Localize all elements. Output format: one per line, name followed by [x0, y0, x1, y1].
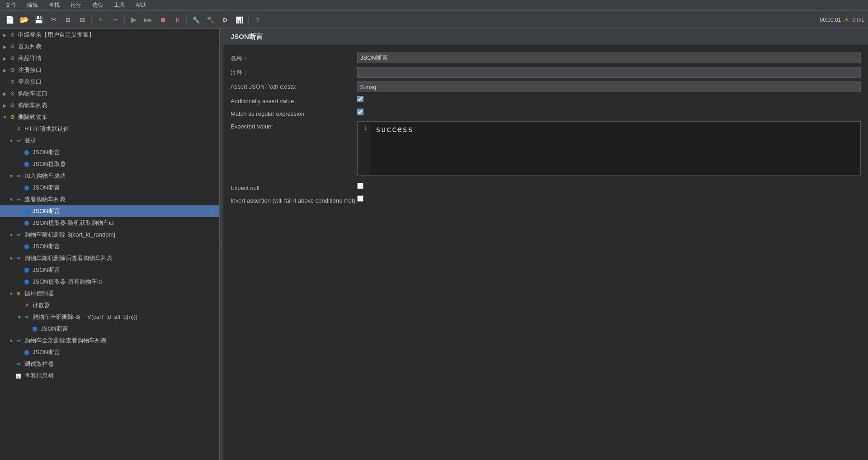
- assert-path-input[interactable]: [357, 81, 861, 92]
- tree-label: JSON断言: [33, 348, 60, 356]
- stop-button[interactable]: ⏹: [156, 14, 169, 26]
- code-editor[interactable]: 1 success: [357, 121, 861, 175]
- tree-label: JSON断言: [33, 266, 60, 274]
- invert-checkbox[interactable]: [357, 195, 363, 202]
- remote1-button[interactable]: 🔧: [189, 14, 202, 26]
- tree-item-json断言-加入[interactable]: ▶ 🔵 JSON断言: [0, 182, 219, 194]
- comment-row: 注释：: [223, 65, 868, 80]
- tree-label: JSON断言: [41, 325, 68, 333]
- tree-label: 登录: [24, 137, 36, 145]
- remote3-button[interactable]: ⚙: [218, 14, 231, 26]
- menu-find[interactable]: 查找: [47, 1, 61, 9]
- run-button[interactable]: ▶: [127, 14, 140, 26]
- expected-value-text: success: [376, 124, 413, 134]
- loop-icon: ⚙: [14, 289, 23, 298]
- tree-item-删除购物车[interactable]: ▼ ⚙ 删除购物车: [0, 111, 219, 123]
- tree-item-json断言-全部删除[interactable]: ▶ 🔵 JSON断言: [0, 323, 219, 335]
- tree-item-购物车接口[interactable]: ▶ ⚙ 购物车接口: [0, 88, 219, 100]
- tree-label: 购物车全部删除查看购物车列表: [24, 337, 107, 345]
- sidebar-divider[interactable]: [220, 29, 223, 460]
- code-content[interactable]: success: [371, 122, 860, 175]
- pencil-icon: ✏: [14, 172, 23, 180]
- tree-item-购物车随机删除[interactable]: ▼ ✏ 购物车随机删除-${cart_id_random}: [0, 229, 219, 241]
- match-regex-value-container: [357, 109, 861, 115]
- tree-item-购物车列表[interactable]: ▶ ⚙ 购物车列表: [0, 100, 219, 111]
- tree-item-json提取器-随机[interactable]: ▶ 🔵 JSON提取器-随机获取购物车id: [0, 217, 219, 229]
- menu-edit[interactable]: 编辑: [25, 1, 40, 9]
- tree-item-计数器[interactable]: ▶ ✗ 计数器: [0, 299, 219, 311]
- pause-button[interactable]: ⏸: [171, 14, 184, 26]
- tree-item-json提取器-登录[interactable]: ▶ 🔵 JSON提取器: [0, 158, 219, 170]
- menu-file[interactable]: 文件: [4, 1, 18, 9]
- minus-button[interactable]: −: [109, 14, 122, 26]
- run-all-button[interactable]: ▶▶: [142, 14, 155, 26]
- tree-item-查看购物车列表[interactable]: ▼ ✏ 查看购物车列表: [0, 194, 219, 205]
- tree-label: JSON提取器-随机获取购物车id: [33, 219, 113, 227]
- copy-button[interactable]: ⊞: [61, 14, 74, 26]
- name-value-container: [357, 52, 861, 63]
- tree-item-商品详情[interactable]: ▶ ⚙ 商品详情: [0, 52, 219, 64]
- add-icon: +: [99, 15, 104, 24]
- tree-label: 循环控制器: [24, 289, 54, 298]
- add-button[interactable]: +: [94, 14, 107, 26]
- arrow-icon: ▶: [2, 91, 8, 96]
- tree-item-调试取样器[interactable]: ▶ ✏ 调试取样器: [0, 358, 219, 370]
- tree-item-json断言-随机删除[interactable]: ▶ 🔵 JSON断言: [0, 241, 219, 252]
- tree-label: 调试取样器: [24, 360, 54, 368]
- arrow-icon: ▼: [8, 232, 14, 237]
- sep4: [248, 15, 249, 24]
- new-button[interactable]: 📄: [4, 14, 16, 26]
- menu-help[interactable]: 帮助: [134, 1, 148, 9]
- remote2-button[interactable]: 🔨: [204, 14, 217, 26]
- match-regex-checkbox[interactable]: [357, 109, 363, 115]
- name-input[interactable]: [357, 52, 861, 63]
- tree-item-http默认[interactable]: ▶ ✗ HTTP请求默认值: [0, 123, 219, 135]
- comment-input[interactable]: [357, 67, 861, 78]
- tree-item-循环控制器[interactable]: ▼ ⚙ 循环控制器: [0, 288, 219, 299]
- tree-item-查看结果树[interactable]: ▶ 📊 查看结果树: [0, 370, 219, 382]
- open-button[interactable]: 📂: [18, 14, 31, 26]
- arrow-icon: ▶: [2, 68, 8, 73]
- arrow-icon: ▶: [2, 56, 8, 61]
- tree-item-json断言-随机删除后[interactable]: ▶ 🔵 JSON断言: [0, 264, 219, 276]
- tree-item-json断言-查看[interactable]: ▶ 🔵 JSON断言 ⋮: [0, 205, 219, 217]
- tree-item-购物车全部删除[interactable]: ▼ ✏ 购物车全部删除-${__V(cart_id_all_${n})}: [0, 311, 219, 323]
- arrow-icon: ▼: [8, 338, 14, 343]
- tree-item-购物车全部删除查看[interactable]: ▼ ✏ 购物车全部删除查看购物车列表: [0, 335, 219, 346]
- gear-icon: ⚙: [8, 90, 16, 98]
- sep1: [91, 15, 92, 24]
- gear-icon: ⚙: [8, 54, 16, 62]
- gear-icon: ⚙: [8, 66, 16, 74]
- expect-null-checkbox[interactable]: [357, 183, 363, 189]
- cut-button[interactable]: ✂: [47, 14, 60, 26]
- save-button[interactable]: 💾: [33, 14, 45, 26]
- tree-item-加入购物车成功[interactable]: ▼ ✏ 加入购物车成功: [0, 170, 219, 182]
- copy-icon: ⊞: [66, 16, 71, 23]
- tree-item-json断言-全部删除查看[interactable]: ▶ 🔵 JSON断言: [0, 346, 219, 358]
- json-icon: 🔵: [23, 266, 31, 274]
- json-icon: 🔵: [23, 278, 31, 286]
- dots-button[interactable]: ⋮: [208, 207, 217, 216]
- tree-label: 购物车接口: [18, 90, 47, 98]
- tree-item-登录接口[interactable]: ▶ ⚙ 登录接口: [0, 76, 219, 88]
- menu-tools[interactable]: 工具: [112, 1, 127, 9]
- menu-options[interactable]: 选项: [90, 1, 105, 9]
- pencil-icon: ✏: [23, 313, 31, 321]
- tree-item-登录[interactable]: ▼ ✏ 登录: [0, 135, 219, 147]
- help-button[interactable]: ?: [251, 14, 264, 26]
- tree-item-购物车随机删除后查看[interactable]: ▼ ✏ 购物车随机删除后查看购物车列表: [0, 252, 219, 264]
- menu-run[interactable]: 运行: [69, 1, 83, 9]
- assert-path-value-container: [357, 81, 861, 92]
- remote4-button[interactable]: 📊: [233, 14, 245, 26]
- json-icon: 🔵: [23, 242, 31, 251]
- tree-item-申级登录[interactable]: ▶ ⚙ 申级登录【用户自定义变量】: [0, 29, 219, 41]
- additionally-checkbox[interactable]: [357, 96, 363, 102]
- tree-item-首页列表[interactable]: ▶ ⚙ 首页列表: [0, 41, 219, 52]
- tree-label: 购物车全部删除-${__V(cart_id_all_${n})}: [33, 313, 138, 321]
- remote2-icon: 🔨: [207, 16, 214, 24]
- tree-item-注册接口[interactable]: ▶ ⚙ 注册接口: [0, 64, 219, 76]
- tree-item-json提取器-所有[interactable]: ▶ 🔵 JSON提取器-所有购物车id: [0, 276, 219, 288]
- tree-item-json断言-登录[interactable]: ▶ 🔵 JSON断言: [0, 147, 219, 158]
- paste-button[interactable]: ⊟: [76, 14, 89, 26]
- tree-label: 首页列表: [18, 43, 42, 51]
